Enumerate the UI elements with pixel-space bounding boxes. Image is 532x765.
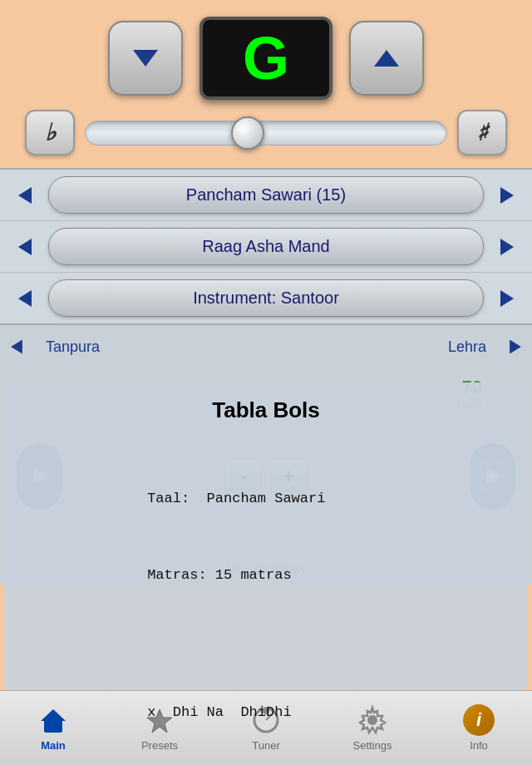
svg-marker-7	[500, 290, 514, 307]
nav-main-label: Main	[41, 739, 66, 752]
flat-button[interactable]: ♭	[25, 110, 75, 155]
lehra-next-button[interactable]	[499, 330, 532, 363]
taal-prev-button[interactable]	[8, 179, 42, 212]
key-up-button[interactable]	[349, 21, 424, 96]
instrument-selector-row: Instrument: Santoor	[0, 273, 532, 323]
lehra-tab[interactable]: Lehra	[436, 338, 499, 356]
key-down-button[interactable]	[108, 21, 183, 96]
pitch-slider-thumb[interactable]	[231, 116, 264, 150]
instrument-label: Instrument: Santoor	[193, 289, 339, 308]
svg-marker-1	[374, 50, 399, 67]
tanpura-prev-button[interactable]	[0, 330, 33, 363]
selector-section: Pancham Sawari (15) Raag Asha Mand Instr…	[0, 168, 532, 325]
instrument-next-button[interactable]	[490, 282, 524, 315]
instrument-selector[interactable]: Instrument: Santoor	[48, 279, 484, 317]
key-display: G	[200, 17, 332, 100]
pitch-slider-row: ♭ ♯	[25, 110, 507, 155]
svg-marker-0	[133, 50, 158, 67]
info-badge: i	[463, 704, 495, 736]
bol-line-1: x Dhi Na DhiDhi	[147, 700, 385, 726]
taal-next-button[interactable]	[490, 179, 524, 212]
taal-label: Pancham Sawari (15)	[186, 185, 346, 205]
svg-marker-13	[41, 709, 66, 721]
nav-main[interactable]: Main	[0, 704, 106, 752]
raag-selector[interactable]: Raag Asha Mand	[48, 228, 484, 265]
nav-info[interactable]: i Info	[426, 704, 532, 752]
raag-label: Raag Asha Mand	[202, 237, 329, 256]
key-letter: G	[243, 28, 289, 88]
svg-rect-12	[44, 719, 62, 733]
info-icon: i	[463, 704, 495, 736]
tabla-bols-popup: Tabla Bols Taal: Pancham Sawari Matras: …	[4, 382, 528, 690]
svg-marker-4	[18, 239, 32, 255]
taal-line: Taal: Pancham Sawari	[147, 486, 385, 512]
key-control-section: G ♭ ♯	[0, 0, 532, 168]
svg-marker-8	[11, 339, 22, 353]
tabs-area: Tanpura Lehra	[0, 325, 532, 368]
svg-marker-2	[18, 187, 32, 204]
svg-marker-3	[500, 187, 514, 204]
popup-title: Tabla Bols	[212, 397, 320, 423]
svg-marker-6	[18, 290, 32, 307]
raag-next-button[interactable]	[490, 230, 524, 264]
taal-selector-row: Pancham Sawari (15)	[0, 170, 532, 221]
main-icon	[37, 704, 69, 736]
raag-prev-button[interactable]	[8, 230, 42, 264]
instrument-prev-button[interactable]	[8, 282, 42, 315]
nav-info-label: Info	[470, 739, 488, 752]
key-row: G	[108, 17, 424, 100]
popup-content: Taal: Pancham Sawari Matras: 15 matras x…	[122, 436, 410, 765]
tanpura-tab[interactable]: Tanpura	[33, 338, 112, 356]
svg-marker-5	[500, 239, 514, 255]
pitch-slider-track[interactable]	[85, 121, 447, 146]
sharp-button[interactable]: ♯	[457, 110, 507, 155]
svg-marker-9	[510, 339, 521, 353]
matras-line: Matras: 15 matras	[147, 563, 385, 589]
taal-selector[interactable]: Pancham Sawari (15)	[48, 176, 484, 214]
raag-selector-row: Raag Asha Mand	[0, 221, 532, 273]
